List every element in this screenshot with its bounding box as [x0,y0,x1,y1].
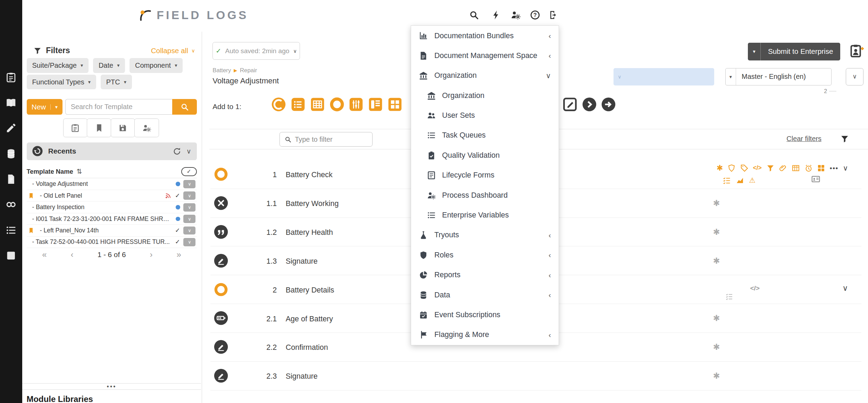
filter-chip[interactable]: Suite/Package▾ [27,58,89,73]
pagination-first-button[interactable]: « [42,250,47,260]
enterprise-menu-item[interactable]: Reports ‹ [411,265,559,285]
share-template-icon[interactable] [849,43,865,59]
addring-icon[interactable] [329,97,344,112]
header-icon-button[interactable] [491,9,503,21]
filter-chip[interactable]: Functional Types▾ [27,75,96,89]
links-icon [5,199,17,210]
organization-submenu-item[interactable]: Quality Validation [411,146,559,165]
submit-to-enterprise-button[interactable]: ▾ Submit to Enterprise [748,43,840,60]
sort-icon[interactable]: ⇅ [76,167,82,175]
panel-resize-handle[interactable]: ••• [22,383,201,390]
collapse-icon[interactable]: ∨ [843,164,848,172]
recents-accordion[interactable]: Recents ∨ [27,142,197,160]
row-dropdown-button[interactable]: ∨ [183,227,195,235]
row-dropdown-button[interactable]: ∨ [183,215,195,223]
addgrid-icon[interactable] [387,97,402,112]
filter-chip[interactable]: PTC▾ [101,75,132,89]
organization-submenu-item[interactable]: Lifecycle Forms [411,165,559,185]
new-template-button[interactable]: New▾ [27,99,63,115]
template-row[interactable]: - Task 72-52-00-440-001 HIGH PRESSURE TU… [27,237,197,248]
addedit-icon[interactable] [562,97,577,112]
addtable-icon[interactable] [310,97,325,112]
template-name: - Task 72-52-00-440-001 HIGH PRESSURE TU… [32,238,170,246]
timer-icon[interactable] [804,164,813,172]
organization-submenu-item[interactable]: User Sets [411,106,559,125]
autosave-status[interactable]: ✓ Auto saved: 2min ago ∨ [212,42,300,60]
attachment-icon[interactable] [779,164,787,172]
card-icon[interactable] [811,174,820,184]
collapse-all-button[interactable]: Collapse all∨ [151,47,195,55]
chart2-icon[interactable] [736,176,744,184]
enterprise-menu-item[interactable]: Organization ∨ [411,66,559,85]
required-asterisk-icon: ✱ [713,198,720,208]
more-icon[interactable]: ••• [830,164,838,172]
pagination-next-button[interactable]: › [150,250,153,260]
collapse-icon[interactable]: ∨ [842,284,848,293]
chevron-down-icon: ∨ [191,48,195,54]
addpanel-icon[interactable] [368,97,383,112]
code-icon[interactable]: </> [750,285,760,292]
template-row[interactable]: - I001 Task 72-23-31-200-001 FAN FRAME S… [27,213,197,225]
row-dropdown-button[interactable]: ∨ [183,238,195,246]
asterisk-icon[interactable]: ✱ [717,164,723,172]
language-selector[interactable]: ▾ Master - English (en) [725,68,832,85]
row-dropdown-button[interactable]: ∨ [183,180,195,188]
table-icon[interactable] [792,164,800,172]
enterprise-menu-item[interactable]: Event Subscriptions [411,305,559,325]
tree-filter-input[interactable] [295,135,368,143]
filters-panel: Filters Collapse all∨ Suite/Package▾Date… [22,32,202,403]
filter-chip[interactable]: Date▾ [93,58,125,73]
funnel-icon[interactable] [840,134,849,143]
filter-chip[interactable]: Component▾ [130,58,183,73]
template-search-button[interactable] [172,99,197,115]
pagination-prev-button[interactable]: ‹ [71,250,74,260]
chevron-down-icon[interactable]: ∨ [186,147,191,155]
collapse-panel-button[interactable]: ∨ [846,68,863,85]
template-row[interactable]: - Battery Inspection ✓ ∨ [27,202,197,213]
header-icon-button[interactable] [529,9,541,21]
breadcrumb-child[interactable]: Repair [240,67,257,74]
pagination-last-button[interactable]: » [177,250,181,260]
checklist-icon[interactable] [725,293,733,300]
row-dropdown-button[interactable]: ∨ [183,191,195,200]
row-dropdown-button[interactable]: ∨ [183,203,195,212]
tag-icon[interactable] [740,164,749,172]
breadcrumb-parent[interactable]: Battery [212,67,231,74]
template-row[interactable]: - Left Panel_Nov 14th ✓ ∨ [27,225,197,236]
warning-icon[interactable]: ⚠ [749,176,756,184]
addlist-icon[interactable] [291,97,306,112]
organization-submenu-item[interactable]: Organization [411,86,559,106]
funnel-icon[interactable] [766,164,775,172]
template-row[interactable]: - Voltage Adjustment ✓ ∨ [27,178,197,190]
code-icon[interactable]: </> [753,164,761,172]
select-all-toggle[interactable]: ✓ [181,167,197,176]
enterprise-menu-item[interactable]: Tryouts ‹ [411,225,559,245]
enterprise-menu-item[interactable]: Data ‹ [411,285,559,305]
enterprise-menu-item[interactable]: Documentation Bundles ‹ [411,26,559,46]
organization-submenu-item[interactable]: Task Queues [411,125,559,145]
tree-row[interactable]: 2.3 Signature ✱ ✱</>•••∨ ⚠ </>∨ [210,362,861,390]
header-icon-button[interactable] [468,9,481,21]
template-name-column-header[interactable]: Template Name [27,168,73,175]
organization-submenu-item[interactable]: Enterprise Variables [411,205,559,225]
checklist-icon[interactable] [723,176,731,184]
header-icon-button[interactable] [548,9,560,21]
grid-icon[interactable] [817,164,825,172]
addprog-icon[interactable] [271,97,286,112]
enterprise-menu-item[interactable]: Flagging & More ‹ [411,325,559,345]
header-icon-button[interactable] [510,9,522,21]
row-number: 1.2 [249,228,277,237]
refresh-icon[interactable] [173,147,182,156]
enterprise-menu-item[interactable]: Roles ‹ [411,245,559,265]
template-row[interactable]: - Old Left Panel ✓ ∨ [27,190,197,202]
organization-submenu-item[interactable]: Process Dashboard [411,185,559,205]
clear-filters-link[interactable]: Clear filters [786,135,821,143]
template-search-input[interactable] [65,99,172,115]
addarrow-icon[interactable] [601,97,616,112]
addsliders-icon[interactable] [349,97,364,112]
template-search [65,99,197,115]
addgo-icon[interactable] [582,97,597,112]
enterprise-menu-item[interactable]: Document Management Space ‹ [411,46,559,66]
highlighted-name-field[interactable]: ∨ [614,68,714,85]
badge-icon[interactable] [727,164,736,172]
